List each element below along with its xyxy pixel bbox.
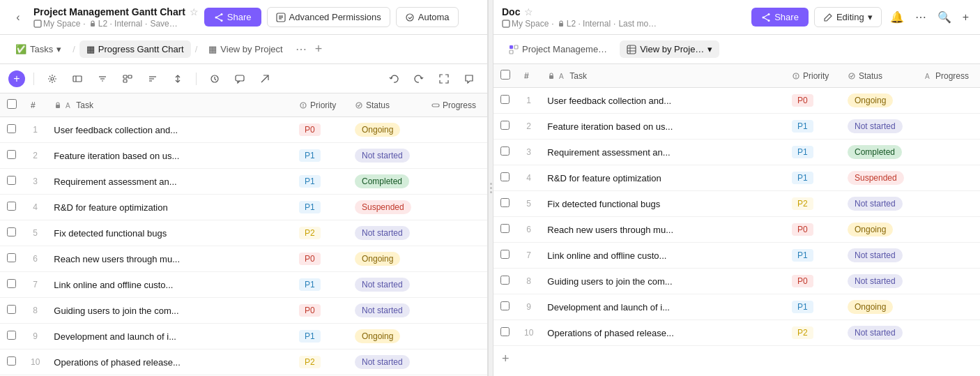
- row-checkbox[interactable]: [7, 356, 16, 366]
- height-button[interactable]: [168, 69, 187, 89]
- hide-button[interactable]: [68, 69, 87, 89]
- fullscreen-button[interactable]: [434, 69, 454, 89]
- task-cell[interactable]: Reach new users through mu...: [47, 246, 292, 272]
- automation-button[interactable]: Automa: [396, 7, 459, 27]
- right-status-cell[interactable]: Not started: [841, 243, 917, 269]
- right-row-checkbox[interactable]: [500, 327, 510, 336]
- right-add-icon[interactable]: +: [960, 8, 972, 27]
- table-row[interactable]: 6 Reach new users through mu... P0 Ongoi…: [0, 246, 487, 272]
- sort-button[interactable]: [143, 69, 162, 89]
- time-button[interactable]: [205, 69, 224, 89]
- right-priority-cell[interactable]: P1: [785, 243, 841, 269]
- table-row[interactable]: 6 Reach new users through mu... P0 Ongoi…: [493, 217, 980, 243]
- filter-button[interactable]: [93, 69, 112, 89]
- right-task-cell[interactable]: Development and launch of i...: [540, 294, 785, 320]
- status-cell[interactable]: Suspended: [348, 195, 424, 220]
- table-row[interactable]: 8 Guiding users to join the com... P0 No…: [493, 269, 980, 294]
- row-checkbox[interactable]: [7, 124, 16, 133]
- task-cell[interactable]: Feature iteration based on us...: [47, 143, 292, 169]
- right-priority-cell[interactable]: P2: [785, 191, 841, 217]
- right-task-cell[interactable]: R&D for feature optimization: [540, 165, 785, 191]
- right-task-cell[interactable]: Link online and offline custo...: [540, 243, 785, 269]
- table-row[interactable]: 5 Fix detected functional bugs P2 Not st…: [493, 191, 980, 217]
- right-status-cell[interactable]: Ongoing: [841, 217, 917, 243]
- task-cell[interactable]: R&D for feature optimization: [47, 195, 292, 220]
- row-checkbox[interactable]: [7, 202, 16, 211]
- row-checkbox[interactable]: [7, 227, 16, 236]
- right-priority-cell[interactable]: P0: [785, 217, 841, 243]
- right-priority-cell[interactable]: P1: [785, 140, 841, 165]
- tab-add-icon[interactable]: +: [312, 39, 326, 59]
- priority-cell[interactable]: P0: [292, 298, 348, 324]
- right-status-cell[interactable]: Suspended: [841, 165, 917, 191]
- task-cell[interactable]: Requirement assessment an...: [47, 169, 292, 195]
- redo-button[interactable]: [409, 69, 429, 89]
- more-options-icon[interactable]: ⋯: [912, 8, 929, 27]
- star-icon[interactable]: ☆: [190, 6, 199, 17]
- table-row[interactable]: 7 Link online and offline custo... P1 No…: [0, 272, 487, 298]
- priority-cell[interactable]: P2: [292, 220, 348, 246]
- task-cell[interactable]: Guiding users to join the com...: [47, 298, 292, 324]
- priority-cell[interactable]: P1: [292, 143, 348, 169]
- table-row[interactable]: 8 Guiding users to join the com... P0 No…: [0, 298, 487, 324]
- status-cell[interactable]: Ongoing: [348, 246, 424, 272]
- right-view-tab[interactable]: View by Proje… ▾: [620, 40, 719, 58]
- right-row-checkbox[interactable]: [500, 121, 510, 130]
- right-status-cell[interactable]: Not started: [841, 114, 917, 140]
- settings-button[interactable]: [43, 69, 62, 89]
- priority-cell[interactable]: P1: [292, 324, 348, 349]
- task-cell[interactable]: Fix detected functional bugs: [47, 220, 292, 246]
- right-project-tab[interactable]: Project Manageme…: [502, 40, 614, 58]
- table-row[interactable]: 9 Development and launch of i... P1 Ongo…: [493, 294, 980, 320]
- right-row-checkbox[interactable]: [500, 301, 510, 310]
- priority-cell[interactable]: P0: [292, 117, 348, 143]
- undo-button[interactable]: [384, 69, 404, 89]
- right-star-icon[interactable]: ☆: [524, 6, 533, 17]
- right-select-all[interactable]: [500, 70, 510, 80]
- status-cell[interactable]: Completed: [348, 169, 424, 195]
- right-row-checkbox[interactable]: [500, 276, 510, 285]
- right-row-checkbox[interactable]: [500, 172, 510, 181]
- status-cell[interactable]: Not started: [348, 272, 424, 298]
- right-status-cell[interactable]: Completed: [841, 140, 917, 165]
- tab-tasks[interactable]: ✅ Tasks ▾: [8, 40, 68, 58]
- right-priority-cell[interactable]: P1: [785, 165, 841, 191]
- back-button[interactable]: ‹: [8, 8, 28, 27]
- right-task-cell[interactable]: Feature iteration based on us...: [540, 114, 785, 140]
- advanced-permissions-button[interactable]: Advanced Permissions: [267, 7, 390, 27]
- tab-view-by-project[interactable]: ▦ View by Project: [201, 40, 289, 58]
- task-cell[interactable]: Operations of phased release...: [47, 349, 292, 375]
- add-right-row-button[interactable]: +: [493, 346, 980, 372]
- status-cell[interactable]: Not started: [348, 143, 424, 169]
- right-task-cell[interactable]: Requirement assessment an...: [540, 140, 785, 165]
- right-status-cell[interactable]: Ongoing: [841, 294, 917, 320]
- status-cell[interactable]: Ongoing: [348, 324, 424, 349]
- priority-cell[interactable]: P0: [292, 246, 348, 272]
- right-priority-cell[interactable]: P2: [785, 320, 841, 346]
- row-checkbox[interactable]: [7, 305, 16, 314]
- right-status-cell[interactable]: Not started: [841, 320, 917, 346]
- task-cell[interactable]: Development and launch of i...: [47, 324, 292, 349]
- row-checkbox[interactable]: [7, 279, 16, 288]
- task-cell[interactable]: User feedback collection and...: [47, 117, 292, 143]
- right-priority-cell[interactable]: P1: [785, 114, 841, 140]
- table-row[interactable]: 3 Requirement assessment an... P1 Comple…: [493, 140, 980, 165]
- right-priority-cell[interactable]: P0: [785, 88, 841, 114]
- table-row[interactable]: 9 Development and launch of i... P1 Ongo…: [0, 324, 487, 349]
- right-priority-cell[interactable]: P0: [785, 269, 841, 294]
- right-status-cell[interactable]: Ongoing: [841, 88, 917, 114]
- table-row[interactable]: 4 R&D for feature optimization P1 Suspen…: [0, 195, 487, 220]
- row-checkbox[interactable]: [7, 253, 16, 262]
- table-row[interactable]: 2 Feature iteration based on us... P1 No…: [493, 114, 980, 140]
- priority-cell[interactable]: P1: [292, 272, 348, 298]
- notifications-icon[interactable]: 🔔: [887, 8, 907, 27]
- priority-cell[interactable]: P1: [292, 195, 348, 220]
- row-checkbox[interactable]: [7, 150, 16, 159]
- status-cell[interactable]: Not started: [348, 298, 424, 324]
- group-button[interactable]: [118, 69, 137, 89]
- priority-cell[interactable]: P1: [292, 169, 348, 195]
- right-task-cell[interactable]: Fix detected functional bugs: [540, 191, 785, 217]
- right-task-cell[interactable]: Reach new users through mu...: [540, 217, 785, 243]
- right-task-cell[interactable]: Guiding users to join the com...: [540, 269, 785, 294]
- row-checkbox[interactable]: [7, 176, 16, 185]
